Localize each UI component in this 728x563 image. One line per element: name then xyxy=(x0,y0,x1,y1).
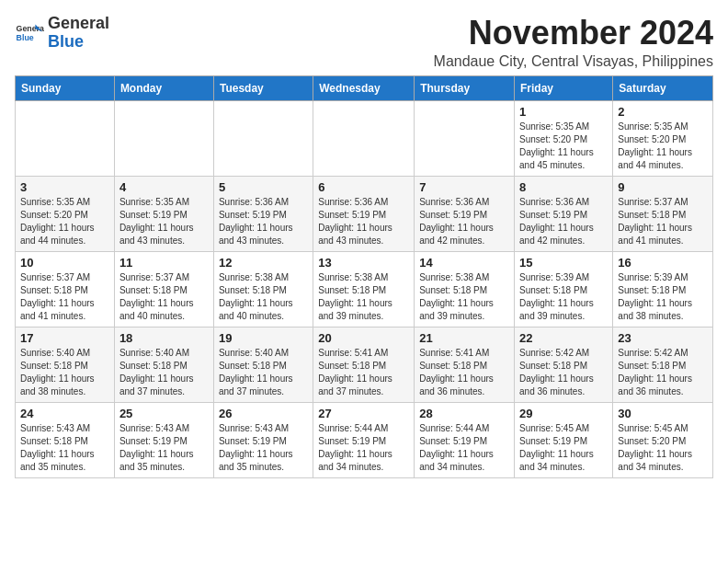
svg-text:Blue: Blue xyxy=(17,33,34,42)
calendar-cell: 11Sunrise: 5:37 AM Sunset: 5:18 PM Dayli… xyxy=(114,251,213,327)
day-info: Sunrise: 5:37 AM Sunset: 5:18 PM Dayligh… xyxy=(618,196,708,247)
day-number: 20 xyxy=(318,331,409,345)
day-number: 27 xyxy=(318,407,409,420)
day-info: Sunrise: 5:44 AM Sunset: 5:19 PM Dayligh… xyxy=(318,422,409,474)
day-info: Sunrise: 5:43 AM Sunset: 5:19 PM Dayligh… xyxy=(219,422,308,474)
day-info: Sunrise: 5:40 AM Sunset: 5:18 PM Dayligh… xyxy=(119,347,209,398)
week-row-1: 1Sunrise: 5:35 AM Sunset: 5:20 PM Daylig… xyxy=(16,100,713,176)
day-info: Sunrise: 5:38 AM Sunset: 5:18 PM Dayligh… xyxy=(318,271,409,323)
day-number: 28 xyxy=(419,407,509,420)
calendar-cell: 17Sunrise: 5:40 AM Sunset: 5:18 PM Dayli… xyxy=(16,327,115,402)
calendar-cell: 12Sunrise: 5:38 AM Sunset: 5:18 PM Dayli… xyxy=(213,251,313,327)
header-saturday: Saturday xyxy=(613,75,713,100)
header-thursday: Thursday xyxy=(415,75,515,100)
day-info: Sunrise: 5:36 AM Sunset: 5:19 PM Dayligh… xyxy=(419,196,509,247)
calendar-cell: 30Sunrise: 5:45 AM Sunset: 5:20 PM Dayli… xyxy=(613,402,713,477)
week-row-5: 24Sunrise: 5:43 AM Sunset: 5:18 PM Dayli… xyxy=(16,402,713,477)
calendar-cell: 22Sunrise: 5:42 AM Sunset: 5:18 PM Dayli… xyxy=(515,327,613,402)
day-info: Sunrise: 5:41 AM Sunset: 5:18 PM Dayligh… xyxy=(318,347,409,398)
calendar-cell: 16Sunrise: 5:39 AM Sunset: 5:18 PM Dayli… xyxy=(613,251,713,327)
week-row-4: 17Sunrise: 5:40 AM Sunset: 5:18 PM Dayli… xyxy=(16,327,713,402)
calendar-cell xyxy=(213,100,313,176)
day-number: 18 xyxy=(119,331,209,345)
week-row-2: 3Sunrise: 5:35 AM Sunset: 5:20 PM Daylig… xyxy=(16,176,713,251)
day-info: Sunrise: 5:40 AM Sunset: 5:18 PM Dayligh… xyxy=(20,347,109,398)
calendar-cell xyxy=(16,100,115,176)
logo: General Blue General Blue xyxy=(15,15,109,52)
day-number: 8 xyxy=(519,180,608,194)
day-info: Sunrise: 5:39 AM Sunset: 5:18 PM Dayligh… xyxy=(618,271,708,323)
day-info: Sunrise: 5:44 AM Sunset: 5:19 PM Dayligh… xyxy=(419,422,509,474)
header-friday: Friday xyxy=(515,75,613,100)
day-info: Sunrise: 5:35 AM Sunset: 5:20 PM Dayligh… xyxy=(519,121,608,172)
day-number: 26 xyxy=(219,407,308,420)
calendar-table: Sunday Monday Tuesday Wednesday Thursday… xyxy=(15,75,713,478)
day-info: Sunrise: 5:35 AM Sunset: 5:19 PM Dayligh… xyxy=(119,196,209,247)
calendar-cell: 18Sunrise: 5:40 AM Sunset: 5:18 PM Dayli… xyxy=(114,327,213,402)
calendar-cell: 21Sunrise: 5:41 AM Sunset: 5:18 PM Dayli… xyxy=(415,327,515,402)
calendar-cell: 3Sunrise: 5:35 AM Sunset: 5:20 PM Daylig… xyxy=(16,176,115,251)
header-sunday: Sunday xyxy=(16,75,115,100)
header-tuesday: Tuesday xyxy=(213,75,313,100)
calendar-cell: 15Sunrise: 5:39 AM Sunset: 5:18 PM Dayli… xyxy=(515,251,613,327)
day-number: 22 xyxy=(519,331,608,345)
calendar-cell: 5Sunrise: 5:36 AM Sunset: 5:19 PM Daylig… xyxy=(213,176,313,251)
day-info: Sunrise: 5:45 AM Sunset: 5:19 PM Dayligh… xyxy=(519,422,608,474)
day-info: Sunrise: 5:36 AM Sunset: 5:19 PM Dayligh… xyxy=(519,196,608,247)
month-title: November 2024 xyxy=(434,15,713,52)
day-number: 6 xyxy=(318,180,409,194)
day-number: 1 xyxy=(519,105,608,119)
day-number: 10 xyxy=(20,256,109,270)
calendar-cell: 25Sunrise: 5:43 AM Sunset: 5:19 PM Dayli… xyxy=(114,402,213,477)
calendar-cell: 20Sunrise: 5:41 AM Sunset: 5:18 PM Dayli… xyxy=(313,327,415,402)
calendar-cell: 10Sunrise: 5:37 AM Sunset: 5:18 PM Dayli… xyxy=(16,251,115,327)
day-info: Sunrise: 5:39 AM Sunset: 5:18 PM Dayligh… xyxy=(519,271,608,323)
week-row-3: 10Sunrise: 5:37 AM Sunset: 5:18 PM Dayli… xyxy=(16,251,713,327)
day-info: Sunrise: 5:37 AM Sunset: 5:18 PM Dayligh… xyxy=(119,271,209,323)
calendar-cell: 1Sunrise: 5:35 AM Sunset: 5:20 PM Daylig… xyxy=(515,100,613,176)
day-number: 11 xyxy=(119,256,209,270)
logo-blue-text: Blue xyxy=(48,32,84,51)
calendar-cell: 8Sunrise: 5:36 AM Sunset: 5:19 PM Daylig… xyxy=(515,176,613,251)
calendar-cell: 14Sunrise: 5:38 AM Sunset: 5:18 PM Dayli… xyxy=(415,251,515,327)
day-number: 2 xyxy=(618,105,708,119)
logo-icon: General Blue xyxy=(15,18,44,48)
calendar-cell: 26Sunrise: 5:43 AM Sunset: 5:19 PM Dayli… xyxy=(213,402,313,477)
day-number: 16 xyxy=(618,256,708,270)
day-info: Sunrise: 5:35 AM Sunset: 5:20 PM Dayligh… xyxy=(618,121,708,172)
day-info: Sunrise: 5:37 AM Sunset: 5:18 PM Dayligh… xyxy=(20,271,109,323)
calendar-cell: 24Sunrise: 5:43 AM Sunset: 5:18 PM Dayli… xyxy=(16,402,115,477)
calendar-cell xyxy=(415,100,515,176)
calendar-cell: 2Sunrise: 5:35 AM Sunset: 5:20 PM Daylig… xyxy=(613,100,713,176)
page-header: General Blue General Blue November 2024 … xyxy=(15,15,713,70)
location-title: Mandauе City, Central Visayas, Philippin… xyxy=(434,53,713,70)
calendar-cell: 28Sunrise: 5:44 AM Sunset: 5:19 PM Dayli… xyxy=(415,402,515,477)
day-number: 17 xyxy=(20,331,109,345)
calendar-cell: 13Sunrise: 5:38 AM Sunset: 5:18 PM Dayli… xyxy=(313,251,415,327)
calendar-cell: 29Sunrise: 5:45 AM Sunset: 5:19 PM Dayli… xyxy=(515,402,613,477)
header-monday: Monday xyxy=(114,75,213,100)
calendar-cell xyxy=(313,100,415,176)
day-info: Sunrise: 5:45 AM Sunset: 5:20 PM Dayligh… xyxy=(618,422,708,474)
title-block: November 2024 Mandauе City, Central Visa… xyxy=(434,15,713,70)
day-info: Sunrise: 5:38 AM Sunset: 5:18 PM Dayligh… xyxy=(219,271,308,323)
day-number: 13 xyxy=(318,256,409,270)
day-info: Sunrise: 5:43 AM Sunset: 5:19 PM Dayligh… xyxy=(119,422,209,474)
weekday-header-row: Sunday Monday Tuesday Wednesday Thursday… xyxy=(16,75,713,100)
calendar-cell xyxy=(114,100,213,176)
day-info: Sunrise: 5:43 AM Sunset: 5:18 PM Dayligh… xyxy=(20,422,109,474)
day-number: 9 xyxy=(618,180,708,194)
day-info: Sunrise: 5:35 AM Sunset: 5:20 PM Dayligh… xyxy=(20,196,109,247)
day-number: 5 xyxy=(219,180,308,194)
calendar-cell: 6Sunrise: 5:36 AM Sunset: 5:19 PM Daylig… xyxy=(313,176,415,251)
calendar-cell: 19Sunrise: 5:40 AM Sunset: 5:18 PM Dayli… xyxy=(213,327,313,402)
header-wednesday: Wednesday xyxy=(313,75,415,100)
day-number: 30 xyxy=(618,407,708,420)
day-number: 7 xyxy=(419,180,509,194)
day-info: Sunrise: 5:42 AM Sunset: 5:18 PM Dayligh… xyxy=(618,347,708,398)
day-info: Sunrise: 5:41 AM Sunset: 5:18 PM Dayligh… xyxy=(419,347,509,398)
logo-general-text: General xyxy=(48,14,109,32)
day-number: 25 xyxy=(119,407,209,420)
day-number: 15 xyxy=(519,256,608,270)
day-number: 3 xyxy=(20,180,109,194)
